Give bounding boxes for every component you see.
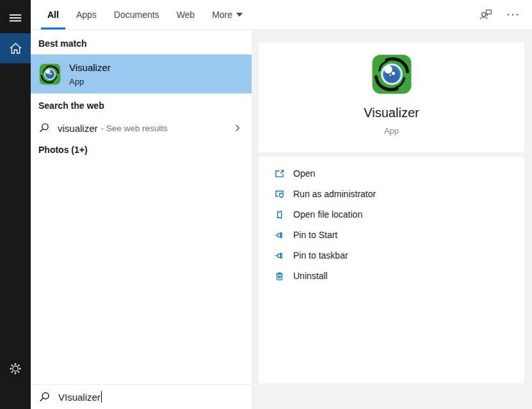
- action-pin-to-start[interactable]: Pin to Start: [259, 225, 524, 245]
- tabs: All Apps Documents Web More: [41, 0, 254, 29]
- search-input-value: VIsualizer: [58, 392, 101, 403]
- search-icon: [38, 391, 51, 403]
- uninstall-icon: [274, 271, 285, 282]
- search-the-web-header: Search the web: [31, 100, 252, 111]
- web-search-result[interactable]: visualizer - See web results: [31, 115, 252, 141]
- tab-all-label: All: [47, 10, 59, 20]
- best-match-subtitle: App: [69, 76, 111, 87]
- home-icon: [8, 41, 23, 56]
- more-options-button[interactable]: [505, 7, 520, 22]
- hamburger-menu-button[interactable]: [0, 3, 31, 33]
- web-query-text: visualizer: [58, 123, 98, 134]
- best-match-text: Visualizer App: [69, 61, 111, 87]
- tab-all[interactable]: All: [41, 0, 65, 29]
- ellipsis-icon: [505, 7, 520, 22]
- feedback-icon: [478, 7, 494, 22]
- best-match-title: Visualizer: [69, 61, 111, 74]
- pin-to-start-icon: [274, 230, 285, 241]
- action-open-file-location[interactable]: Open file location: [259, 204, 524, 225]
- preview-actions-card: Open Run as administrator: [259, 157, 524, 383]
- visualizer-app-icon: [39, 63, 61, 85]
- tab-documents[interactable]: Documents: [108, 0, 166, 29]
- windows-search-flyout: All Apps Documents Web More: [0, 0, 532, 409]
- visualizer-app-icon: [371, 54, 412, 95]
- chevron-down-icon: [236, 13, 243, 17]
- preview-identity-card: Visualizer App: [259, 43, 524, 152]
- pin-to-taskbar-icon: [274, 250, 285, 261]
- web-hint-text: - See web results: [101, 124, 168, 133]
- best-match-header: Best match: [31, 38, 252, 49]
- best-match-result[interactable]: Visualizer App: [31, 54, 252, 93]
- open-icon: [274, 168, 285, 179]
- topbar-icons: [478, 0, 520, 29]
- action-run-as-administrator[interactable]: Run as administrator: [259, 184, 524, 204]
- tab-apps-label: Apps: [76, 10, 97, 20]
- tab-web[interactable]: Web: [170, 0, 202, 29]
- action-run-as-administrator-label: Run as administrator: [293, 189, 376, 199]
- open-file-location-icon: [274, 209, 285, 220]
- preview-subtitle: App: [384, 126, 399, 136]
- action-open-file-location-label: Open file location: [293, 209, 362, 220]
- preview-panel: Visualizer App Open: [252, 30, 532, 409]
- sidebar: [0, 0, 31, 409]
- tab-web-label: Web: [177, 10, 195, 20]
- tab-apps[interactable]: Apps: [70, 0, 103, 29]
- results-panel: Best match Visualizer App Search the web…: [31, 30, 252, 384]
- action-pin-to-taskbar[interactable]: Pin to taskbar: [259, 245, 524, 266]
- action-pin-to-start-label: Pin to Start: [293, 230, 337, 240]
- search-icon: [38, 122, 50, 134]
- action-uninstall-label: Uninstall: [293, 271, 328, 281]
- preview-title: Visualizer: [364, 106, 419, 120]
- chevron-right-icon[interactable]: [232, 123, 243, 133]
- feedback-button[interactable]: [478, 7, 494, 22]
- hamburger-icon: [8, 11, 22, 25]
- action-uninstall[interactable]: Uninstall: [259, 266, 524, 286]
- action-open[interactable]: Open: [259, 163, 524, 184]
- run-as-administrator-icon: [274, 189, 285, 200]
- action-pin-to-taskbar-label: Pin to taskbar: [293, 250, 348, 261]
- search-filter-tabbar: All Apps Documents Web More: [31, 0, 532, 30]
- gear-icon: [8, 362, 22, 376]
- sidebar-item-settings[interactable]: [0, 353, 31, 384]
- tab-more-label: More: [212, 10, 232, 20]
- action-open-label: Open: [293, 168, 315, 179]
- search-input[interactable]: VIsualizer: [31, 384, 252, 409]
- sidebar-item-home[interactable]: [0, 33, 31, 63]
- tab-documents-label: Documents: [114, 10, 159, 20]
- photos-header: Photos (1+): [31, 145, 252, 155]
- tab-more[interactable]: More: [206, 0, 249, 29]
- text-caret: [101, 391, 102, 403]
